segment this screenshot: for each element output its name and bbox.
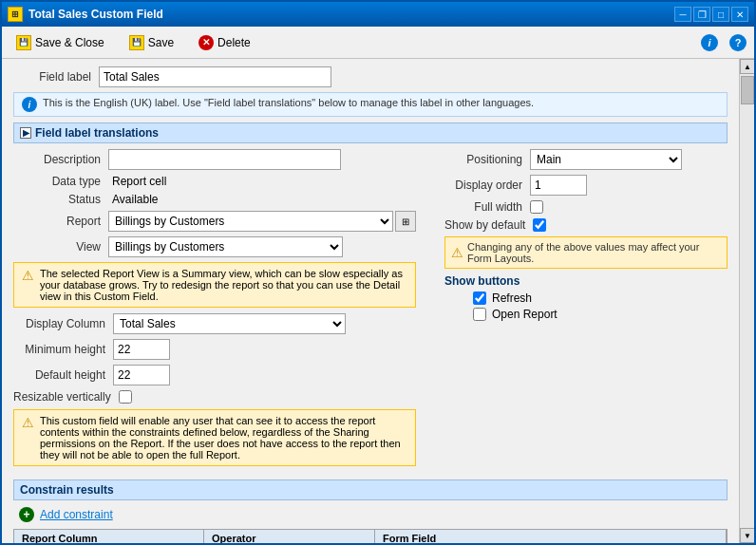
help-button[interactable]: ? (729, 34, 747, 51)
form-content: Field label i This is the English (UK) l… (2, 59, 739, 543)
main-form: Description Data type Report cell Status… (13, 149, 728, 472)
scroll-thumb[interactable] (741, 76, 754, 104)
status-value: Available (108, 193, 158, 206)
refresh-checkbox[interactable] (473, 291, 486, 305)
display-order-label: Display order (444, 179, 530, 192)
field-label-label: Field label (13, 70, 99, 84)
status-row: Status Available (13, 193, 416, 206)
title-bar: ⊞ Total Sales Custom Field ─ ❐ □ ✕ (2, 2, 754, 27)
window-title: Total Sales Custom Field (28, 8, 163, 21)
translations-label: Field label translations (35, 126, 159, 140)
field-label-input[interactable] (99, 66, 331, 87)
report-icon-button[interactable]: ⊞ (395, 211, 416, 232)
add-icon[interactable]: + (19, 507, 34, 522)
show-by-default-row: Show by default (444, 218, 728, 232)
save-close-button[interactable]: 💾 Save & Close (9, 32, 111, 53)
default-height-row: Default height (13, 365, 416, 385)
min-height-input[interactable] (113, 339, 170, 360)
warning-text: The selected Report View is a Summary vi… (40, 268, 407, 302)
add-constraint-link[interactable]: Add constraint (40, 508, 113, 521)
min-height-row: Minimum height (13, 339, 416, 360)
default-height-input[interactable] (113, 365, 170, 385)
report-row: Report Billings by Customers ⊞ (13, 211, 416, 232)
warning-box: ⚠ The selected Report View is a Summary … (13, 262, 416, 308)
delete-label: Delete (217, 36, 251, 49)
data-type-row: Data type Report cell (13, 175, 416, 188)
field-label-row: Field label (13, 66, 728, 87)
save-close-label: Save & Close (35, 36, 104, 49)
description-input[interactable] (108, 149, 341, 170)
view-row: View Billings by Customers (13, 236, 416, 257)
refresh-row: Refresh (444, 291, 728, 305)
view-select[interactable]: Billings by Customers (108, 236, 343, 257)
report-label: Report (13, 215, 108, 228)
info-icon: i (22, 97, 37, 112)
changing-warning-text: Changing any of the above values may aff… (467, 241, 721, 264)
display-column-select[interactable]: Total Sales (113, 313, 346, 334)
maximize-button[interactable]: □ (712, 7, 729, 22)
constrain-label: Constrain results (20, 483, 114, 497)
open-report-label: Open Report (492, 308, 558, 321)
changing-warning-box: ⚠ Changing any of the above values may a… (444, 236, 728, 269)
scrollbar: ▲ ▼ (739, 59, 754, 543)
info-text: This is the English (UK) label. Use "Fie… (43, 97, 534, 108)
scroll-down-button[interactable]: ▼ (740, 528, 754, 543)
changing-warning-icon: ⚠ (451, 245, 463, 260)
min-height-label: Minimum height (13, 343, 113, 356)
scroll-track (740, 74, 754, 528)
full-width-label: Full width (444, 200, 530, 214)
open-report-checkbox[interactable] (473, 308, 486, 321)
main-window: ⊞ Total Sales Custom Field ─ ❐ □ ✕ 💾 Sav… (0, 0, 756, 545)
show-by-default-label: Show by default (444, 218, 533, 232)
show-by-default-checkbox[interactable] (533, 218, 546, 232)
minimize-button[interactable]: ─ (674, 7, 691, 22)
col-report-column: Report Column (14, 530, 204, 543)
resizable-label: Resizable vertically (13, 390, 119, 404)
info-button[interactable]: i (701, 34, 718, 51)
status-label: Status (13, 193, 108, 206)
positioning-row: Positioning Main (444, 149, 728, 170)
report-select-row: Billings by Customers ⊞ (108, 211, 416, 232)
constraints-table: Report Column Operator Form Field Custom… (13, 529, 728, 543)
field-info-box: ⚠ This custom field will enable any user… (13, 409, 416, 466)
save-label: Save (148, 36, 174, 49)
left-column: Description Data type Report cell Status… (13, 149, 416, 472)
delete-icon: ✕ (198, 35, 214, 50)
expand-icon[interactable]: ▶ (20, 127, 31, 139)
save-button[interactable]: 💾 Save (123, 32, 180, 53)
close-button[interactable]: ✕ (731, 7, 748, 22)
display-order-input[interactable] (530, 175, 587, 196)
title-bar-left: ⊞ Total Sales Custom Field (8, 7, 163, 22)
resizable-checkbox[interactable] (119, 390, 132, 404)
col-form-field: Form Field (375, 530, 727, 543)
resizable-row: Resizable vertically (13, 390, 416, 404)
display-column-label: Display Column (13, 317, 113, 330)
table-header: Report Column Operator Form Field (14, 530, 727, 543)
field-info-icon: ⚠ (22, 415, 34, 430)
open-report-row: Open Report (444, 308, 728, 321)
warning-icon: ⚠ (22, 268, 34, 283)
right-column: Positioning Main Display order Full widt… (435, 149, 728, 472)
translations-section-header: ▶ Field label translations (13, 122, 728, 143)
refresh-label: Refresh (492, 291, 532, 305)
save-icon: 💾 (129, 35, 144, 50)
constrain-header: Constrain results (13, 479, 728, 500)
default-height-label: Default height (13, 368, 113, 382)
data-type-label: Data type (13, 175, 108, 188)
title-bar-controls: ─ ❐ □ ✕ (674, 7, 748, 22)
restore-button[interactable]: ❐ (693, 7, 710, 22)
view-label: View (13, 240, 108, 254)
positioning-select[interactable]: Main (530, 149, 682, 170)
delete-button[interactable]: ✕ Delete (192, 32, 257, 53)
full-width-checkbox[interactable] (530, 200, 543, 214)
description-label: Description (13, 153, 108, 166)
scroll-up-button[interactable]: ▲ (740, 59, 754, 74)
toolbar: 💾 Save & Close 💾 Save ✕ Delete i ? (2, 27, 754, 59)
description-row: Description (13, 149, 416, 170)
window-icon: ⊞ (8, 7, 23, 22)
save-close-icon: 💾 (16, 35, 31, 50)
report-select[interactable]: Billings by Customers (108, 211, 393, 232)
full-width-row: Full width (444, 200, 728, 214)
add-constraint-row: + Add constraint (13, 504, 728, 525)
positioning-label: Positioning (444, 153, 530, 166)
